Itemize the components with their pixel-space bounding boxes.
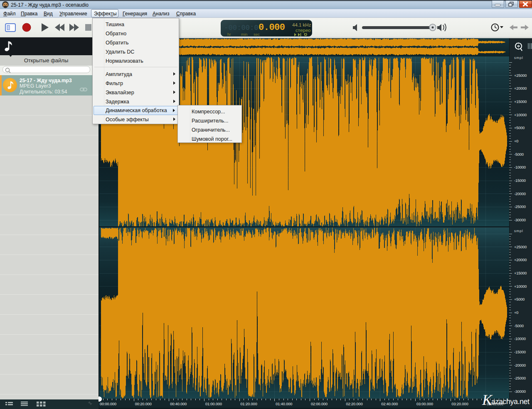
svg-text:+0: +0 — [514, 311, 518, 315]
svg-text:+20000: +20000 — [514, 86, 527, 91]
svg-text:+15000: +15000 — [514, 271, 527, 275]
svg-text:-25000: -25000 — [514, 205, 526, 209]
svg-text:+5000: +5000 — [514, 297, 525, 301]
svg-text:+5000: +5000 — [514, 126, 525, 130]
svg-text:01:20.000: 01:20.000 — [241, 402, 257, 406]
svg-text:02:40.000: 02:40.000 — [381, 402, 398, 406]
svg-text:smpl: smpl — [514, 229, 523, 233]
svg-text:smpl: smpl — [514, 56, 523, 60]
svg-text:+10000: +10000 — [514, 284, 527, 289]
svg-text:-30000: -30000 — [514, 218, 526, 222]
svg-text:-20000: -20000 — [514, 192, 526, 196]
svg-text:02:20.000: 02:20.000 — [346, 402, 363, 406]
svg-text:-15000: -15000 — [514, 350, 526, 354]
svg-text:-25000: -25000 — [514, 376, 526, 380]
svg-text:-5000: -5000 — [514, 324, 524, 328]
svg-text:00:00.000: 00:00.000 — [100, 402, 116, 406]
svg-text:+15000: +15000 — [514, 100, 527, 104]
svg-text:00:40.000: 00:40.000 — [170, 402, 187, 406]
svg-text:+25000: +25000 — [514, 73, 527, 78]
svg-text:01:00.000: 01:00.000 — [205, 402, 222, 406]
svg-text:03:00.000: 03:00.000 — [416, 402, 433, 406]
svg-text:-10000: -10000 — [514, 337, 526, 341]
svg-text:+10000: +10000 — [514, 113, 527, 117]
svg-text:+0: +0 — [514, 139, 518, 143]
svg-text:02:00.000: 02:00.000 — [311, 402, 328, 406]
svg-text:-30000: -30000 — [514, 389, 526, 394]
svg-text:-5000: -5000 — [514, 152, 524, 157]
svg-text:-15000: -15000 — [514, 179, 526, 183]
svg-text:03:20.000: 03:20.000 — [452, 402, 468, 406]
svg-text:+25000: +25000 — [514, 245, 527, 249]
svg-text:azachya.net: azachya.net — [491, 397, 530, 406]
svg-text:01:40.000: 01:40.000 — [276, 402, 292, 406]
svg-text:-10000: -10000 — [514, 165, 526, 169]
svg-text:-20000: -20000 — [514, 363, 526, 367]
svg-text:00:20.000: 00:20.000 — [135, 402, 152, 406]
svg-text:+20000: +20000 — [514, 258, 527, 262]
